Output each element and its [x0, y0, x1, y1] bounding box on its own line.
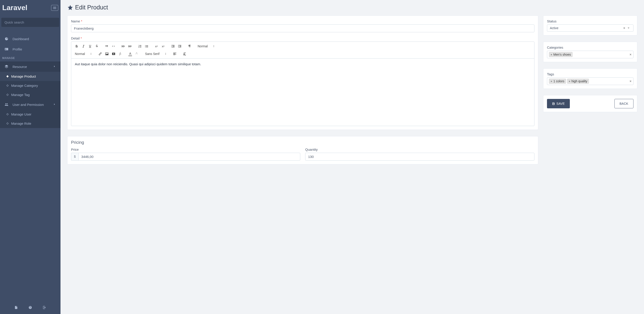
editor-toolbar: H1 H2 x2 x2	[71, 42, 534, 59]
tag-item: × high quality	[567, 79, 589, 84]
nav-manage-user[interactable]: Manage User	[0, 110, 60, 119]
tags-label: Tags	[547, 72, 634, 76]
blockquote-button[interactable]	[104, 43, 110, 49]
main-content: Edit Product Name * Detail *	[60, 0, 644, 314]
editor-content[interactable]: Aut itaque quia dolor non reiciendis. Qu…	[71, 59, 534, 126]
categories-card: Categories × Men's shoes ×	[543, 42, 637, 62]
pricing-card: Pricing Price $ Quantity	[67, 136, 538, 164]
categories-input[interactable]: × Men's shoes ×	[547, 51, 634, 58]
page-title: Edit Product	[67, 4, 637, 11]
tags-clear-icon[interactable]: ×	[630, 79, 632, 83]
save-icon	[552, 102, 555, 105]
nav-profile[interactable]: Profile	[0, 44, 60, 54]
layers-icon	[4, 65, 8, 69]
star-icon	[67, 5, 73, 11]
status-clear-icon[interactable]: ×	[622, 26, 626, 30]
nav-manage-role[interactable]: Manage Role	[0, 119, 60, 128]
outdent-button[interactable]	[170, 43, 176, 49]
status-value: Active	[550, 26, 558, 30]
tag-item: × 1 colors	[549, 79, 566, 84]
clear-format-button[interactable]	[182, 51, 188, 57]
price-input[interactable]	[78, 153, 300, 161]
nav-dashboard[interactable]: Dashboard	[0, 34, 60, 44]
status-card: Status Active ×	[543, 16, 637, 36]
direction-button[interactable]	[186, 43, 193, 49]
sidebar: Laravel Dashboard Profile MANAGE	[0, 0, 60, 314]
categories-label: Categories	[547, 46, 634, 49]
nav-group-manage-label: MANAGE	[0, 54, 60, 62]
detail-label: Detail *	[71, 36, 534, 40]
superscript-button[interactable]: x2	[160, 43, 166, 49]
docs-icon[interactable]	[14, 306, 18, 310]
nav-dashboard-label: Dashboard	[12, 37, 29, 41]
status-label: Status	[547, 19, 634, 23]
nav-profile-label: Profile	[12, 47, 22, 51]
image-button[interactable]	[104, 51, 110, 57]
size-select[interactable]: Normal	[74, 51, 94, 57]
font-select[interactable]: Sans Serif	[144, 51, 168, 57]
price-label: Price	[71, 148, 300, 151]
ordered-list-button[interactable]	[137, 43, 143, 49]
tag-remove-icon[interactable]: ×	[550, 80, 552, 83]
tag-remove-icon[interactable]: ×	[550, 53, 552, 56]
bullet-list-button[interactable]	[144, 43, 150, 49]
diamond-icon	[6, 94, 9, 96]
formula-button[interactable]: fx	[117, 51, 124, 57]
pricing-title: Pricing	[71, 140, 534, 145]
categories-clear-icon[interactable]: ×	[630, 53, 632, 56]
quantity-label: Quantity	[305, 148, 534, 151]
save-button[interactable]: SAVE	[547, 99, 570, 108]
search-input[interactable]	[1, 18, 59, 27]
h2-button[interactable]: H2	[127, 43, 133, 49]
actions-card: SAVE BACK	[543, 95, 637, 112]
nav-manage-product-label: Manage Product	[11, 75, 36, 78]
back-button[interactable]: BACK	[614, 99, 634, 108]
name-input[interactable]	[71, 25, 534, 32]
currency-addon: $	[71, 153, 78, 161]
chevron-right-icon	[53, 103, 56, 107]
nav-manage-role-label: Manage Role	[11, 122, 31, 125]
quantity-input[interactable]	[305, 153, 534, 161]
name-label: Name *	[71, 19, 534, 23]
nav-resource[interactable]: Resource	[0, 62, 60, 72]
nav-manage-product[interactable]: Manage Product	[0, 72, 60, 81]
product-main-card: Name * Detail *	[67, 16, 538, 130]
nav-manage-category-label: Manage Category	[11, 84, 38, 88]
id-card-icon	[4, 47, 8, 51]
h1-button[interactable]: H1	[120, 43, 126, 49]
tag-remove-icon[interactable]: ×	[569, 80, 570, 83]
users-icon	[4, 103, 8, 107]
nav-resource-label: Resource	[12, 65, 27, 69]
logout-icon[interactable]	[42, 306, 46, 310]
category-tag: × Men's shoes	[549, 52, 572, 57]
diamond-icon	[6, 113, 9, 116]
codeblock-button[interactable]	[110, 43, 116, 49]
nav-user-permission[interactable]: User and Permission	[0, 99, 60, 110]
chevron-right-icon	[53, 65, 56, 69]
help-icon[interactable]	[28, 306, 32, 310]
align-button[interactable]	[172, 51, 178, 57]
strike-button[interactable]	[94, 43, 100, 49]
nav-manage-tag[interactable]: Manage Tag	[0, 90, 60, 99]
bold-button[interactable]	[74, 43, 80, 49]
link-button[interactable]	[97, 51, 103, 57]
nav-user-permission-label: User and Permission	[12, 103, 44, 107]
gauge-icon	[4, 37, 8, 41]
detail-editor: H1 H2 x2 x2	[71, 42, 534, 126]
indent-button[interactable]	[176, 43, 183, 49]
status-select[interactable]: Active ×	[547, 25, 634, 32]
italic-button[interactable]	[80, 43, 86, 49]
nav-manage-category[interactable]: Manage Category	[0, 81, 60, 90]
brand-logo[interactable]: Laravel	[2, 4, 27, 12]
nav-manage-user-label: Manage User	[11, 112, 31, 116]
text-color-button[interactable]: A	[127, 51, 133, 57]
bg-color-button[interactable]	[134, 51, 140, 57]
diamond-icon	[6, 75, 9, 78]
tags-input[interactable]: × 1 colors × high quality ×	[547, 77, 634, 85]
menu-toggle-button[interactable]	[51, 5, 58, 11]
video-button[interactable]	[110, 51, 117, 57]
header-select[interactable]: Normal	[196, 43, 216, 49]
tags-card: Tags × 1 colors × high quality ×	[543, 68, 637, 89]
subscript-button[interactable]: x2	[153, 43, 160, 49]
underline-button[interactable]	[87, 43, 93, 49]
